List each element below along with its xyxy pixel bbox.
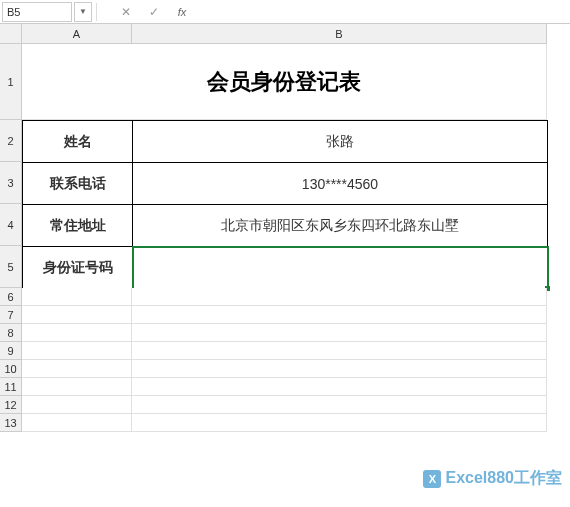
row-header[interactable]: 2 (0, 120, 22, 162)
cell[interactable] (22, 288, 132, 306)
row-header[interactable]: 8 (0, 324, 22, 342)
row-headers: 1 2 3 4 5 6 7 8 9 10 11 12 13 (0, 44, 22, 432)
row-header[interactable]: 4 (0, 204, 22, 246)
cell[interactable] (22, 360, 132, 378)
cell-reference: B5 (7, 6, 20, 18)
cell[interactable] (22, 396, 132, 414)
select-all-corner[interactable] (0, 24, 22, 44)
col-header-b[interactable]: B (132, 24, 547, 44)
cell[interactable] (132, 324, 547, 342)
row-header[interactable]: 10 (0, 360, 22, 378)
formula-buttons: ✕ ✓ fx (113, 2, 195, 22)
formula-bar: B5 ▼ ✕ ✓ fx (0, 0, 570, 24)
cell[interactable] (22, 324, 132, 342)
row-header[interactable]: 6 (0, 288, 22, 306)
watermark-text: Excel880工作室 (445, 468, 562, 489)
cell[interactable] (132, 414, 547, 432)
cell-name-value[interactable]: 张路 (133, 121, 548, 163)
cell-title[interactable]: 会员身份登记表 (22, 44, 547, 120)
x-icon: ✕ (121, 5, 131, 19)
cell[interactable] (132, 288, 547, 306)
empty-rows (22, 288, 547, 432)
row-header[interactable]: 12 (0, 396, 22, 414)
cell-name-label[interactable]: 姓名 (23, 121, 133, 163)
separator (96, 3, 97, 21)
cell[interactable] (132, 378, 547, 396)
cell[interactable] (132, 396, 547, 414)
cell-idnum-label[interactable]: 身份证号码 (23, 247, 133, 289)
row-header[interactable]: 3 (0, 162, 22, 204)
cell-address-label[interactable]: 常住地址 (23, 205, 133, 247)
cell-phone-label[interactable]: 联系电话 (23, 163, 133, 205)
name-box[interactable]: B5 (2, 2, 72, 22)
cell[interactable] (22, 378, 132, 396)
check-icon: ✓ (149, 5, 159, 19)
form-table: 姓名 张路 联系电话 130****4560 常住地址 北京市朝阳区东风乡东四环… (22, 120, 548, 289)
row-header[interactable]: 7 (0, 306, 22, 324)
name-box-dropdown[interactable]: ▼ (74, 2, 92, 22)
cell[interactable] (22, 414, 132, 432)
formula-input[interactable] (195, 2, 570, 22)
form-title: 会员身份登记表 (207, 67, 361, 97)
fx-button[interactable]: fx (169, 2, 195, 22)
row-header[interactable]: 5 (0, 246, 22, 288)
cell[interactable] (132, 342, 547, 360)
cell-phone-value[interactable]: 130****4560 (133, 163, 548, 205)
row-header[interactable]: 11 (0, 378, 22, 396)
cell-address-value[interactable]: 北京市朝阳区东风乡东四环北路东山墅 (133, 205, 548, 247)
enter-button[interactable]: ✓ (141, 2, 167, 22)
cancel-button[interactable]: ✕ (113, 2, 139, 22)
chevron-down-icon: ▼ (79, 7, 87, 16)
row-header[interactable]: 13 (0, 414, 22, 432)
fx-icon: fx (178, 6, 187, 18)
cells-area: 会员身份登记表 (22, 44, 547, 120)
cell-idnum-value[interactable] (133, 247, 548, 289)
watermark: X Excel880工作室 (423, 468, 562, 489)
cell[interactable] (22, 342, 132, 360)
col-header-a[interactable]: A (22, 24, 132, 44)
excel-icon: X (423, 470, 441, 488)
cell[interactable] (132, 306, 547, 324)
row-header[interactable]: 1 (0, 44, 22, 120)
cell[interactable] (22, 306, 132, 324)
cell[interactable] (132, 360, 547, 378)
row-header[interactable]: 9 (0, 342, 22, 360)
column-headers: A B (22, 24, 547, 44)
